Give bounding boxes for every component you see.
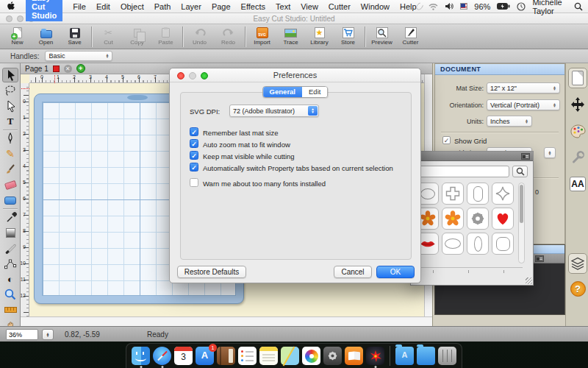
shapes-size-slider-track[interactable]: [418, 267, 523, 268]
tab-general[interactable]: General: [263, 87, 302, 97]
menu-effects[interactable]: Effects: [241, 2, 265, 11]
tool-gradient[interactable]: [2, 225, 18, 240]
wifi-icon[interactable]: [429, 3, 438, 10]
panel-options-icon[interactable]: [521, 153, 530, 160]
menu-cutter[interactable]: Cutter: [329, 2, 351, 11]
toolbar-copy-button[interactable]: Copy: [123, 26, 151, 49]
panel-options-icon[interactable]: [535, 255, 544, 262]
tool-node-edit[interactable]: [2, 256, 18, 271]
battery-icon[interactable]: [497, 3, 510, 10]
tool-pen[interactable]: [2, 131, 18, 146]
shapes-window-title-bar[interactable]: [411, 152, 533, 161]
dock-maps[interactable]: [281, 347, 299, 365]
canvas-horizontal-scrollbar[interactable]: [21, 316, 432, 326]
tab-edit[interactable]: Edit: [302, 87, 327, 97]
tool-direct-select[interactable]: [2, 99, 18, 113]
panel-tab-tools[interactable]: [568, 147, 587, 168]
toolbar-preview-button[interactable]: Preview: [368, 26, 396, 49]
time-machine-icon[interactable]: [415, 1, 424, 12]
handles-select[interactable]: Basic ▲▼: [45, 51, 112, 61]
grid-lines-stepper[interactable]: ▲▼: [544, 147, 556, 158]
panel-tab-fonts[interactable]: AA: [568, 174, 587, 194]
shape-tile-rounded-square[interactable]: [492, 233, 514, 255]
dock-trash[interactable]: [438, 347, 456, 365]
shapes-search-button[interactable]: [512, 166, 528, 177]
page-tab-label[interactable]: Page 1: [25, 65, 49, 73]
menu-object[interactable]: Object: [121, 2, 144, 11]
toolbar-library-button[interactable]: ★ Library: [305, 26, 334, 49]
menu-page[interactable]: Page: [212, 2, 231, 11]
shape-tile-gear[interactable]: [467, 208, 489, 230]
shape-tile-heart[interactable]: [492, 208, 514, 230]
tool-select[interactable]: [2, 68, 18, 82]
toolbar-store-button[interactable]: Store: [334, 26, 362, 49]
toolbar-cut-button[interactable]: ✂ Cut: [94, 26, 123, 49]
preferences-title-bar[interactable]: Preferences: [170, 68, 420, 82]
toolbar-trace-button[interactable]: Trace: [276, 26, 305, 49]
clock-icon[interactable]: [517, 2, 526, 11]
svg-dpi-select[interactable]: 72 (Adobe Illustrator) ▲▼: [229, 105, 319, 117]
tool-text[interactable]: T: [2, 114, 18, 129]
tool-eraser[interactable]: [2, 177, 18, 192]
menu-window[interactable]: Window: [361, 2, 390, 11]
panel-tab-document[interactable]: [568, 68, 587, 88]
zoom-level-input[interactable]: [6, 329, 38, 340]
checkbox-remember-mat-size[interactable]: ✓: [190, 127, 198, 136]
shape-tile-diamond-star[interactable]: [492, 183, 514, 205]
menu-user-name[interactable]: Michelle Taylor: [532, 0, 567, 15]
toolbar-open-button[interactable]: Open: [32, 26, 60, 49]
dock-easy-cut-studio[interactable]: [366, 347, 384, 365]
dock-app-store[interactable]: A 1: [196, 347, 214, 365]
dialog-close-button[interactable]: [177, 72, 184, 79]
help-button[interactable]: ?: [568, 278, 587, 299]
dock-notes[interactable]: [259, 347, 278, 365]
tool-hand[interactable]: [2, 318, 18, 326]
show-grid-checkbox[interactable]: ✓: [442, 136, 451, 144]
shape-tile-ellipse[interactable]: [442, 233, 464, 255]
shape-tile-narrow-oval[interactable]: [467, 233, 489, 255]
dock-calendar[interactable]: 3: [174, 347, 193, 365]
toolbar-save-button[interactable]: Save: [60, 26, 89, 49]
dock-ibooks[interactable]: [345, 347, 363, 365]
checkbox-auto-switch-tabs[interactable]: ✓: [190, 163, 198, 171]
shapes-scrollbar[interactable]: [518, 183, 525, 263]
cancel-button[interactable]: Cancel: [334, 266, 372, 278]
tool-invert-trace[interactable]: ◐: [2, 272, 18, 286]
dock-documents-folder[interactable]: [417, 347, 435, 365]
dock-finder[interactable]: [132, 347, 150, 365]
menu-text[interactable]: Text: [276, 2, 290, 11]
menu-app-name[interactable]: Easy Cut Studio: [26, 0, 62, 21]
tool-pencil[interactable]: ✎: [2, 146, 18, 161]
shape-tile-cross[interactable]: [442, 183, 464, 205]
page-add-icon[interactable]: +: [76, 64, 85, 73]
dock-system-preferences[interactable]: [323, 347, 342, 365]
toolbar-redo-button[interactable]: Redo: [214, 26, 243, 49]
tool-zoom[interactable]: [2, 287, 18, 302]
apple-menu-icon[interactable]: [7, 1, 15, 11]
panel-tab-layers[interactable]: [568, 253, 587, 274]
spotlight-search-icon[interactable]: [574, 2, 583, 11]
dialog-zoom-button[interactable]: [201, 72, 208, 79]
ok-button[interactable]: OK: [376, 266, 415, 278]
page-close-icon[interactable]: ✕: [64, 65, 72, 73]
tool-eyedropper[interactable]: [2, 210, 18, 224]
tool-measure[interactable]: [2, 302, 18, 317]
volume-icon[interactable]: [445, 2, 453, 10]
page-color-swatch[interactable]: [53, 66, 60, 72]
menu-view[interactable]: View: [301, 2, 318, 11]
shapes-search-input[interactable]: [417, 166, 509, 177]
tool-shapes[interactable]: [2, 193, 18, 208]
shapes-scrollbar-thumb[interactable]: [520, 185, 523, 223]
mat-size-select[interactable]: 12" x 12" ▲▼: [487, 82, 560, 93]
dock-photos[interactable]: [302, 347, 320, 365]
zoom-stepper[interactable]: ▲▼: [42, 329, 54, 340]
checkbox-keep-mat-visible[interactable]: ✓: [190, 151, 198, 160]
tool-lasso[interactable]: [2, 83, 18, 98]
toolbar-paste-button[interactable]: Paste: [151, 26, 180, 49]
dock-safari[interactable]: [153, 347, 171, 365]
checkbox-auto-zoom-mat[interactable]: ✓: [190, 139, 198, 148]
toolbar-import-button[interactable]: SVG Import: [248, 26, 276, 49]
checkbox-warn-fonts[interactable]: [190, 178, 198, 187]
dock-contacts[interactable]: [217, 347, 235, 365]
tool-knife[interactable]: [2, 241, 18, 255]
